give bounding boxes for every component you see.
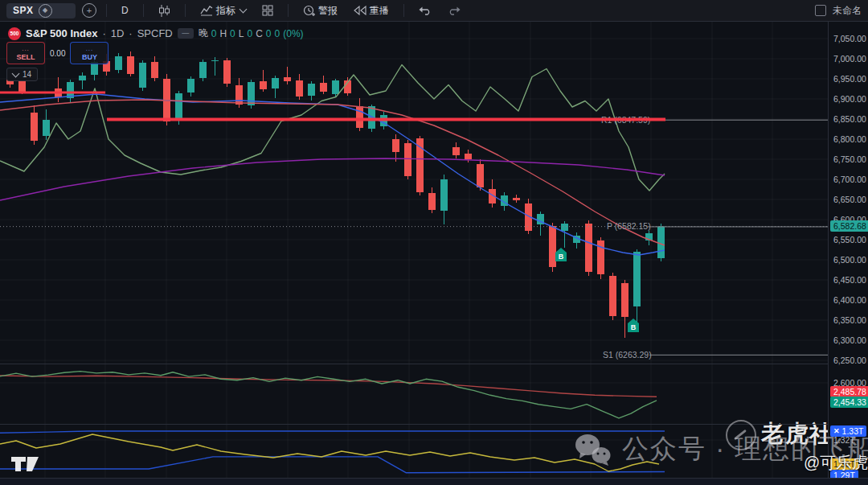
candle-body — [465, 154, 472, 159]
candle-body — [561, 224, 568, 231]
wechat-icon — [574, 433, 612, 467]
replay-button[interactable]: 重播 — [349, 2, 394, 19]
sell-button[interactable]: ... SELL — [6, 42, 45, 64]
separator — [143, 4, 144, 17]
chart-legend: 500 S&P 500 Index · 1D · SPCFD — 晚0 H0 L… — [8, 27, 304, 40]
price-value-label: 6,582.68 — [830, 220, 868, 232]
alerts-button[interactable]: 警报 — [298, 2, 342, 19]
price-tick: 7,050.00 — [833, 34, 866, 43]
buy-price: ... — [86, 46, 94, 52]
pivot-label: S1 (6263.29) — [603, 350, 652, 360]
candle-body — [513, 198, 520, 200]
add-symbol-icon[interactable]: + — [82, 3, 96, 18]
object-tree-badge[interactable]: 14 — [6, 68, 38, 81]
price-value-label: 2,485.78 — [830, 386, 868, 397]
separator — [288, 4, 289, 17]
layout-grid-button[interactable] — [257, 2, 278, 19]
legend-separator: · — [102, 27, 105, 39]
pane3-blue-upper — [0, 431, 665, 433]
price-tick: 6,350.00 — [833, 315, 866, 325]
price-value-label: 2,454.33 — [830, 397, 868, 408]
trading-app: SPX ◆ + D 指标 — [0, 0, 868, 485]
separator — [106, 4, 107, 17]
candle-body — [452, 147, 460, 155]
hide-series-button[interactable]: — — [178, 28, 194, 39]
grid-layout-icon — [262, 5, 273, 16]
sell-price: ... — [22, 46, 30, 52]
ohlc-values: 晚0 H0 L0 C0 0 (0%) — [199, 27, 304, 40]
candle-body — [43, 120, 50, 136]
rewind-icon — [354, 6, 366, 15]
legend-symbol-title[interactable]: S&P 500 Index — [26, 27, 97, 39]
candle-body — [657, 227, 665, 259]
buy-marker-label: B — [559, 253, 564, 261]
tradingview-logo[interactable] — [11, 455, 53, 473]
interval-button[interactable]: D — [117, 2, 133, 19]
price-tick: 6,950.00 — [833, 74, 866, 84]
top-toolbar: SPX ◆ + D 指标 — [0, 0, 868, 22]
candle-body — [211, 60, 219, 61]
candle-body — [633, 252, 641, 306]
candle-body — [187, 79, 194, 92]
legend-separator: · — [129, 27, 132, 39]
author-watermark: @可乐虎 — [804, 452, 868, 474]
redo-button[interactable] — [443, 2, 465, 19]
pane-separator[interactable] — [0, 364, 868, 364]
symbol-logo: 500 — [8, 27, 21, 40]
candle-body — [392, 139, 399, 152]
layout-name[interactable]: 未命名 — [833, 4, 862, 18]
candle-body — [260, 81, 267, 89]
alert-clock-icon — [303, 5, 315, 17]
symbol-name: SPX — [13, 5, 34, 16]
candle-body — [621, 283, 628, 317]
chart-style-button[interactable] — [154, 2, 175, 19]
candle-body — [223, 60, 231, 84]
legend-interval[interactable]: 1D — [111, 27, 125, 39]
price-tick: 7,000.00 — [833, 54, 866, 64]
buy-marker-label: B — [631, 323, 637, 331]
candle-body — [127, 56, 134, 74]
indicators-icon — [200, 5, 213, 16]
price-tick: 6,700.00 — [833, 175, 866, 184]
chevron-down-icon — [12, 69, 20, 77]
undo-icon — [419, 6, 432, 15]
object-count: 14 — [23, 70, 31, 79]
candle-body — [308, 84, 315, 96]
candle-body — [296, 80, 303, 97]
buy-button[interactable]: ... BUY — [70, 42, 108, 64]
candle-body — [428, 193, 436, 210]
price-tick: 6,650.00 — [833, 195, 866, 204]
pane2-green-line — [0, 372, 657, 418]
price-tick: 6,750.00 — [833, 154, 866, 164]
compare-symbol-icon[interactable]: ◆ — [39, 4, 52, 18]
price-tick: 6,850.00 — [833, 114, 866, 124]
undo-button[interactable] — [414, 2, 436, 19]
price-tick: 6,400.00 — [833, 295, 866, 305]
select-layout-checkbox[interactable] — [815, 5, 826, 16]
candle-body — [199, 62, 207, 78]
indicators-button[interactable]: 指标 — [195, 2, 251, 19]
candle-body — [139, 63, 146, 88]
time-axis[interactable] — [0, 478, 868, 485]
candle-body — [549, 226, 556, 267]
candle-body — [609, 276, 616, 316]
symbol-search[interactable]: SPX ◆ — [6, 3, 76, 18]
spread-value: 0.00 — [50, 49, 65, 58]
candle-body — [272, 78, 279, 88]
candle-body — [332, 80, 339, 94]
price-tick: 6,450.00 — [833, 275, 866, 285]
price-tick: 6,300.00 — [833, 335, 866, 345]
price-tick: 6,250.00 — [833, 356, 866, 365]
candle-body — [356, 106, 363, 128]
main-chart-svg[interactable]: R1 (6847.59)P (6582.15)S1 (6263.29)BB — [0, 0, 868, 485]
sell-label: SELL — [16, 54, 35, 61]
candle-body — [235, 85, 243, 105]
candle-body — [477, 164, 484, 187]
candlestick-icon — [158, 5, 170, 17]
price-tick: 6,900.00 — [833, 94, 866, 104]
candle-body — [284, 77, 291, 81]
price-tick: 6,800.00 — [833, 134, 866, 144]
candle-body — [151, 62, 158, 78]
price-axis[interactable]: 7,050.007,000.006,950.006,900.006,850.00… — [828, 22, 868, 478]
chevron-down-icon — [239, 6, 247, 14]
